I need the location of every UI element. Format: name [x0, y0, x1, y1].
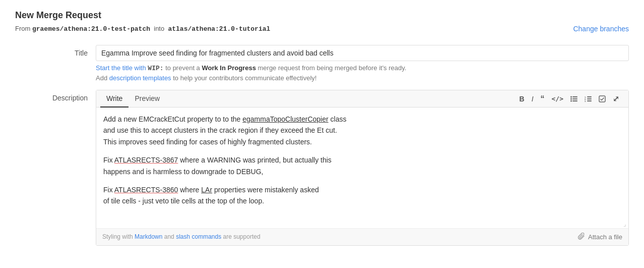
- editor-container: Write Preview B I “ </> 1.2.3.: [96, 90, 629, 246]
- content-para-2: Fix ATLASRECTS-3867 where a WARNING was …: [103, 154, 621, 177]
- description-row: Description Write Preview B I “ </>: [15, 90, 629, 246]
- wip-tag: WIP:: [148, 65, 163, 72]
- editor-content[interactable]: Add a new EMCrackEtCut property to to th…: [96, 108, 628, 220]
- desc-hint: Add description templates to help your c…: [96, 74, 629, 82]
- svg-text:3.: 3.: [585, 99, 586, 102]
- description-field: Write Preview B I “ </> 1.2.3.: [96, 90, 629, 246]
- start-title-link[interactable]: Start the title with: [96, 64, 148, 72]
- change-branches-link[interactable]: Change branches: [573, 25, 629, 33]
- tab-write[interactable]: Write: [100, 90, 128, 108]
- svg-rect-5: [572, 100, 577, 101]
- fullscreen-button[interactable]: ⤢: [611, 93, 621, 104]
- description-label: Description: [15, 90, 96, 246]
- editor-footer: Styling with Markdown and slash commands…: [96, 228, 628, 245]
- svg-point-0: [570, 96, 572, 97]
- attach-icon: [578, 233, 585, 241]
- svg-point-4: [570, 100, 572, 101]
- ordered-list-button[interactable]: 1.2.3.: [583, 95, 594, 103]
- branch-info-text: From graemes/athena:21.0-test-patch into…: [15, 25, 270, 33]
- into-branch: atlas/athena:21.0-tutorial: [168, 25, 270, 33]
- bold-button[interactable]: B: [518, 94, 527, 104]
- svg-rect-11: [587, 100, 592, 101]
- jira-link-1: ATLASRECTS-3867: [114, 156, 178, 164]
- task-list-button[interactable]: [597, 94, 608, 103]
- svg-point-2: [570, 98, 572, 99]
- italic-button[interactable]: I: [530, 94, 536, 104]
- jira-link-2: ATLASRECTS-3860: [114, 186, 178, 194]
- svg-rect-9: [587, 98, 592, 99]
- svg-rect-7: [587, 96, 592, 97]
- title-label: Title: [15, 45, 96, 82]
- page-container: New Merge Request From graemes/athena:21…: [0, 0, 644, 264]
- wip-bold-text: Work In Progress: [202, 64, 255, 72]
- code-button[interactable]: </>: [550, 94, 565, 103]
- lar-link: LAr: [201, 186, 212, 194]
- svg-rect-1: [572, 96, 577, 97]
- styling-hint: Styling with Markdown and slash commands…: [102, 233, 261, 240]
- attach-file-button[interactable]: Attach a file: [578, 233, 622, 241]
- title-field: Start the title with WIP: to prevent a W…: [96, 45, 629, 82]
- svg-rect-3: [572, 98, 577, 99]
- title-row: Title Start the title with WIP: to preve…: [15, 45, 629, 82]
- markdown-link[interactable]: Markdown: [135, 233, 162, 240]
- unordered-list-button[interactable]: [568, 95, 579, 103]
- class-link: egammaTopoClusterCopier: [242, 115, 328, 123]
- quote-button[interactable]: “: [539, 93, 547, 104]
- tab-preview[interactable]: Preview: [128, 90, 166, 108]
- editor-tabs: Write Preview B I “ </> 1.2.3.: [96, 90, 628, 108]
- attach-file-label: Attach a file: [588, 233, 622, 241]
- page-title: New Merge Request: [15, 10, 629, 21]
- resize-handle[interactable]: ⌟: [96, 220, 628, 228]
- from-branch: graemes/athena:21.0-test-patch: [32, 25, 150, 33]
- content-para-3: Fix ATLASRECTS-3860 where LAr properties…: [103, 184, 621, 207]
- wip-hint: Start the title with WIP: to prevent a W…: [96, 64, 629, 72]
- branch-info: From graemes/athena:21.0-test-patch into…: [15, 25, 629, 33]
- content-para-1: Add a new EMCrackEtCut property to to th…: [103, 114, 621, 147]
- svg-rect-12: [599, 96, 605, 102]
- title-input[interactable]: [96, 45, 629, 61]
- slash-commands-link[interactable]: slash commands: [176, 233, 221, 240]
- description-templates-link[interactable]: description templates: [109, 74, 171, 82]
- editor-toolbar: B I “ </> 1.2.3. ⤢: [514, 91, 625, 106]
